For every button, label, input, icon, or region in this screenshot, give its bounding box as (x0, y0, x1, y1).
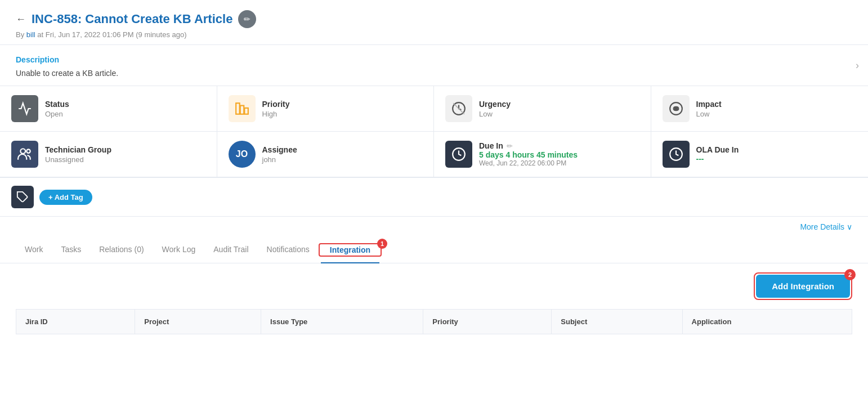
properties-grid: Status Open Priority High Urgency Low (0, 86, 868, 178)
chevron-down-icon: ∨ (847, 222, 852, 231)
expand-arrow[interactable]: › (856, 60, 859, 71)
svg-point-7 (26, 149, 30, 153)
svg-point-6 (20, 149, 25, 154)
back-button[interactable]: ← (16, 14, 26, 25)
ola-cell[interactable]: OLA Due In --- (651, 132, 869, 177)
header-meta: By bill at Fri, Jun 17, 2022 01:06 PM (9… (16, 30, 852, 39)
svg-point-5 (674, 108, 677, 110)
priority-label: Priority (262, 100, 290, 109)
svg-rect-2 (244, 108, 248, 114)
due-in-icon (445, 141, 472, 168)
page-container: ← INC-858: Cannot Create KB Article ✏ By… (0, 0, 868, 412)
add-integration-button[interactable]: Add Integration 2 (756, 275, 850, 298)
status-cell[interactable]: Status Open (0, 86, 217, 132)
svg-rect-1 (240, 106, 244, 114)
status-label: Status (45, 100, 69, 109)
description-section: Description Unable to create a KB articl… (0, 45, 868, 86)
impact-label: Impact (696, 100, 722, 109)
due-in-cell[interactable]: Due In ✏ 5 days 4 hours 45 minutes Wed, … (434, 132, 651, 177)
integration-tab-badge: 1 (377, 239, 387, 249)
urgency-cell[interactable]: Urgency Low (434, 86, 651, 132)
priority-icon (229, 95, 256, 122)
status-icon (11, 95, 38, 122)
integration-tab-annotation: Integration (319, 243, 382, 257)
due-in-edit-icon[interactable]: ✏ (507, 142, 513, 150)
assignee-avatar: JO (229, 141, 256, 168)
table-container: Jira ID Project Issue Type Priority Subj… (0, 309, 868, 346)
tab-integration[interactable]: Integration (321, 238, 379, 263)
author-link[interactable]: bill (26, 30, 35, 39)
action-bar: Add Integration 2 (0, 263, 868, 309)
tech-group-icon (11, 141, 38, 168)
impact-value: Low (696, 110, 722, 118)
tech-group-label: Technician Group (45, 145, 111, 154)
priority-value: High (262, 110, 290, 118)
impact-cell[interactable]: Impact Low (651, 86, 869, 132)
urgency-icon (445, 95, 472, 122)
add-integration-annotation: Add Integration 2 (754, 272, 852, 300)
tabs-container: Work Tasks Relations (0) Work Log Audit … (0, 237, 868, 263)
tab-notifications[interactable]: Notifications (258, 237, 319, 263)
add-tag-button[interactable]: + Add Tag (39, 190, 92, 205)
description-label: Description (16, 55, 852, 64)
svg-rect-0 (236, 103, 240, 114)
add-integration-badge: 2 (844, 269, 856, 280)
more-details-link[interactable]: More Details ∨ (800, 222, 852, 231)
col-jira-id: Jira ID (16, 310, 135, 334)
tab-worklog[interactable]: Work Log (153, 237, 205, 263)
tab-relations[interactable]: Relations (0) (90, 237, 153, 263)
col-project: Project (135, 310, 261, 334)
tab-work[interactable]: Work (16, 237, 52, 263)
tag-icon (11, 186, 34, 208)
due-in-highlight: 5 days 4 hours 45 minutes (479, 150, 578, 159)
ola-icon (663, 141, 690, 168)
urgency-label: Urgency (479, 100, 511, 109)
priority-cell[interactable]: Priority High (217, 86, 435, 132)
integration-table: Jira ID Project Issue Type Priority Subj… (16, 309, 852, 334)
more-details-row: More Details ∨ (0, 217, 868, 237)
due-in-label: Due In (479, 141, 503, 150)
impact-icon (663, 95, 690, 122)
status-value: Open (45, 110, 69, 118)
description-text: Unable to create a KB article. (16, 69, 852, 78)
tab-audittrail[interactable]: Audit Trail (204, 237, 257, 263)
assignee-label: Assignee (262, 145, 297, 154)
edit-title-button[interactable]: ✏ (238, 10, 256, 28)
col-issue-type: Issue Type (261, 310, 423, 334)
assignee-cell[interactable]: JO Assignee john (217, 132, 435, 177)
due-in-date: Wed, Jun 22, 2022 06:00 PM (479, 159, 578, 167)
table-header-row: Jira ID Project Issue Type Priority Subj… (16, 310, 852, 334)
edit-icon: ✏ (244, 15, 250, 24)
page-title: INC-858: Cannot Create KB Article (32, 12, 232, 26)
tech-group-value: Unassigned (45, 155, 111, 164)
tags-row: + Add Tag (0, 178, 868, 217)
tab-tasks[interactable]: Tasks (52, 237, 90, 263)
col-subject: Subject (552, 310, 682, 334)
ola-label: OLA Due In (696, 145, 739, 154)
col-priority: Priority (423, 310, 552, 334)
urgency-value: Low (479, 110, 511, 118)
col-application: Application (682, 310, 852, 334)
assignee-value: john (262, 155, 297, 164)
header: ← INC-858: Cannot Create KB Article ✏ By… (0, 0, 868, 45)
tech-group-cell[interactable]: Technician Group Unassigned (0, 132, 217, 177)
ola-value: --- (696, 154, 739, 163)
